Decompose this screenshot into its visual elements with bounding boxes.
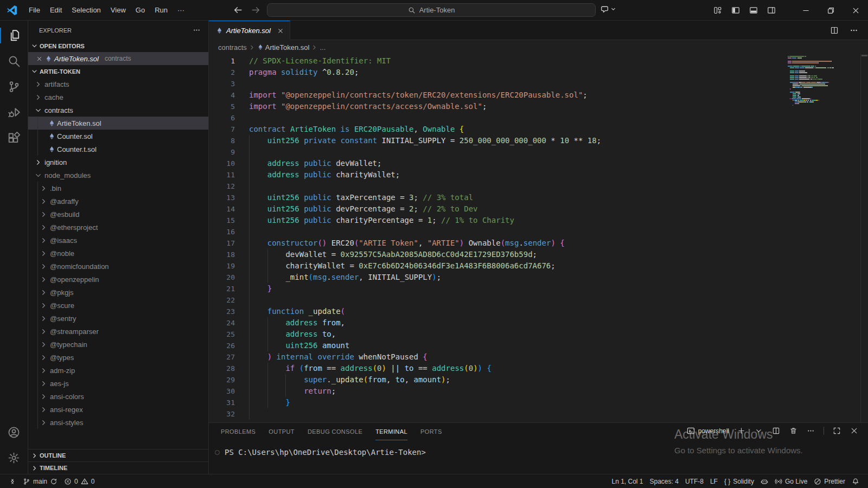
forward-arrow-icon[interactable]: [251, 5, 260, 15]
breadcrumb-item-artietoken-sol[interactable]: ArtieToken.sol: [265, 43, 310, 52]
tree-item-ansi-colors[interactable]: ansi-colors: [28, 390, 208, 403]
chevron-down-icon-button[interactable]: [754, 426, 764, 436]
source-control-icon[interactable]: [0, 74, 28, 99]
open-editor-item[interactable]: ArtieToken.sol contracts: [28, 52, 208, 65]
run-debug-icon[interactable]: [0, 99, 28, 125]
eol[interactable]: LF: [707, 476, 721, 487]
panel-tab-terminal[interactable]: TERMINAL: [375, 423, 407, 440]
indentation[interactable]: Spaces: 4: [647, 476, 682, 487]
close-icon[interactable]: [36, 55, 43, 62]
menu-item[interactable]: ···: [173, 4, 189, 16]
timeline-section-header[interactable]: TIMELINE: [28, 461, 208, 474]
tree-item-ignition[interactable]: ignition: [28, 156, 208, 169]
close-window-icon-button[interactable]: [843, 0, 868, 21]
code-text[interactable]: uint256 public taxPercentage = 3; // 3% …: [249, 192, 473, 203]
prettier[interactable]: Prettier: [810, 476, 848, 487]
code-text[interactable]: charityWallet = 0xE7c6b6D24b06346dF3e1A4…: [249, 260, 556, 272]
menu-view[interactable]: View: [106, 4, 131, 16]
tree-item-adraffy[interactable]: @adraffy: [28, 195, 208, 208]
code-text[interactable]: }: [249, 283, 272, 294]
breadcrumb-item-item[interactable]: ...: [320, 43, 326, 52]
trash-icon-button[interactable]: [788, 426, 799, 436]
extension-robot[interactable]: [757, 476, 771, 487]
code-text[interactable]: // SPDX-License-Identifier: MIT: [249, 55, 391, 67]
menu-selection[interactable]: Selection: [67, 4, 105, 16]
tree-item-scure[interactable]: @scure: [28, 299, 208, 312]
minimize-icon-button[interactable]: [793, 0, 818, 21]
panel-tab-problems[interactable]: PROBLEMS: [221, 423, 256, 440]
editor-more-actions-icon[interactable]: [848, 25, 859, 36]
explorer-more-actions-icon[interactable]: [193, 26, 201, 34]
tree-item-cache[interactable]: cache: [28, 91, 208, 104]
code-text[interactable]: import "@openzeppelin/contracts/access/O…: [249, 101, 487, 112]
tree-item-isaacs[interactable]: @isaacs: [28, 234, 208, 247]
tree-item-noble[interactable]: @noble: [28, 247, 208, 260]
tab-artietoken-sol[interactable]: ArtieToken.sol: [209, 21, 290, 40]
notifications[interactable]: [848, 476, 863, 487]
tree-item-typechain[interactable]: @typechain: [28, 338, 208, 351]
code-text[interactable]: uint256 amount: [249, 340, 349, 351]
tab-close-icon[interactable]: [277, 27, 284, 35]
panel-tab-ports[interactable]: PORTS: [420, 423, 442, 440]
encoding[interactable]: UTF-8: [682, 476, 707, 487]
tree-item-contracts[interactable]: contracts: [28, 104, 208, 117]
tree-item-sentry[interactable]: @sentry: [28, 312, 208, 325]
tree-item-bin[interactable]: .bin: [28, 182, 208, 195]
code-text[interactable]: return;: [249, 386, 336, 397]
code-editor[interactable]: 1// SPDX-License-Identifier: MIT2pragma …: [209, 54, 868, 422]
menu-edit[interactable]: Edit: [45, 4, 67, 16]
project-root-header[interactable]: ARTIE-TOKEN: [28, 65, 208, 78]
breadcrumb-item-contracts[interactable]: contracts: [218, 43, 247, 52]
code-text[interactable]: address public charityWallet;: [249, 169, 400, 181]
settings-gear-icon[interactable]: [0, 445, 28, 471]
cursor-position[interactable]: Ln 1, Col 1: [608, 476, 646, 487]
toggle-primary-sidebar-icon-button[interactable]: [730, 5, 741, 16]
back-arrow-icon[interactable]: [233, 5, 242, 15]
tree-item-aes-js[interactable]: aes-js: [28, 377, 208, 390]
restore-icon-button[interactable]: [818, 0, 843, 21]
code-text[interactable]: function _update(: [249, 306, 345, 317]
menu-file[interactable]: File: [24, 4, 45, 16]
code-text[interactable]: super._update(from, to, amount);: [249, 374, 450, 386]
remote-indicator[interactable]: [5, 476, 20, 487]
tree-item-nomicfoundation[interactable]: @nomicfoundation: [28, 260, 208, 273]
editor-scrollbar[interactable]: [860, 54, 868, 422]
code-text[interactable]: if (from == address(0) || to == address(…: [249, 363, 492, 374]
split-editor-icon[interactable]: [829, 25, 840, 36]
code-text[interactable]: uint256 private constant INITIAL_SUPPLY …: [249, 135, 601, 146]
language-mode[interactable]: { }Solidity: [721, 476, 757, 487]
tree-item-counter-t-sol[interactable]: Counter.t.sol: [28, 143, 208, 156]
tree-item-openzeppelin[interactable]: @openzeppelin: [28, 273, 208, 286]
search-icon[interactable]: [0, 48, 28, 74]
tree-item-streamparser[interactable]: @streamparser: [28, 325, 208, 338]
tree-item-types[interactable]: @types: [28, 351, 208, 364]
code-text[interactable]: address from,: [249, 317, 345, 329]
tree-item-counter-sol[interactable]: Counter.sol: [28, 130, 208, 143]
expand-panel-icon-button[interactable]: [832, 426, 842, 436]
code-text[interactable]: address to,: [249, 329, 336, 340]
customize-layout-icon-button[interactable]: [712, 5, 723, 16]
tree-item-artifacts[interactable]: artifacts: [28, 78, 208, 91]
panel-tab-output[interactable]: OUTPUT: [269, 423, 295, 440]
code-text[interactable]: }: [249, 397, 290, 408]
code-text[interactable]: pragma solidity ^0.8.20;: [249, 67, 359, 78]
tree-item-ansi-regex[interactable]: ansi-regex: [28, 403, 208, 416]
menu-go[interactable]: Go: [131, 4, 150, 16]
code-text[interactable]: import "@openzeppelin/contracts/token/ER…: [249, 89, 588, 101]
close-panel-icon-button[interactable]: [849, 426, 859, 436]
tree-item-ethersproject[interactable]: @ethersproject: [28, 221, 208, 234]
tree-item-node-modules[interactable]: node_modules: [28, 169, 208, 182]
outline-section-header[interactable]: OUTLINE: [28, 449, 208, 461]
code-text[interactable]: ) internal override whenNotPaused {: [249, 351, 427, 363]
explorer-icon[interactable]: [0, 23, 28, 48]
code-text[interactable]: contract ArtieToken is ERC20Pausable, Ow…: [249, 124, 464, 135]
open-editors-header[interactable]: OPEN EDITORS: [28, 40, 208, 52]
code-text[interactable]: address public devWallet;: [249, 158, 381, 169]
terminal-shell-item[interactable]: powershell: [687, 427, 729, 435]
account-icon[interactable]: [0, 420, 28, 445]
split-terminal-icon-button[interactable]: [771, 426, 781, 436]
code-text[interactable]: _mint(msg.sender, INITIAL_SUPPLY);: [249, 272, 441, 283]
git-branch[interactable]: main: [20, 476, 61, 487]
code-text[interactable]: constructor() ERC20("ARTIE Token", "ARTI…: [249, 237, 565, 249]
go-live[interactable]: Go Live: [771, 476, 810, 487]
